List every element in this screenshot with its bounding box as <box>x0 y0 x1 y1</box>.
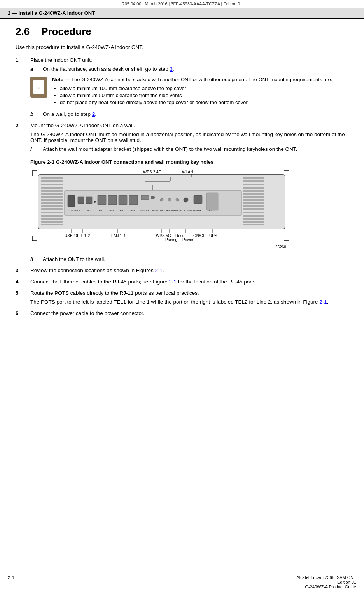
svg-text:ON/OFF: ON/OFF <box>193 234 208 238</box>
svg-text:ON/OFF: ON/OFF <box>193 209 201 212</box>
step-5-para: The POTS port to the left is labeled TEL… <box>30 299 348 305</box>
svg-text:LAN2: LAN2 <box>108 209 114 212</box>
page-footer: 2-4 Alcatel-Lucent 7368 ISAM ONT Edition… <box>0 573 364 591</box>
step-5-block: 5 Route the POTS cables directly to the … <box>16 290 348 305</box>
step-2-num: 2 <box>16 122 26 128</box>
note-icon <box>30 77 47 98</box>
ont-diagram-svg: USB2.0 TEL1 TEL2 LAN1 LAN2 <box>30 169 295 250</box>
svg-rect-46 <box>86 197 92 204</box>
section-header-bar: 2 — Install a G-240WZ-A indoor ONT <box>0 8 364 19</box>
svg-rect-35 <box>243 208 264 210</box>
svg-rect-57 <box>141 195 149 200</box>
step-4-row: 4 Connect the Ethernet cables to the RJ-… <box>16 279 348 285</box>
step-6-num: 6 <box>16 310 26 316</box>
svg-text:LAN4: LAN4 <box>129 209 135 212</box>
link-fig2-1b[interactable]: 2-1 <box>169 279 177 285</box>
step-1-num: 1 <box>16 57 26 63</box>
step-5-para-row: The POTS port to the left is labeled TEL… <box>16 299 348 305</box>
svg-point-63 <box>168 198 171 201</box>
step-6-block: 6 Connect the power cable to the power c… <box>16 310 348 316</box>
note-bullets: allow a minimum 100 mm clearance above t… <box>52 86 348 105</box>
note-bullet-3: do not place any heat source directly ab… <box>60 100 348 105</box>
note-bullet-1: allow a minimum 100 mm clearance above t… <box>60 86 348 91</box>
note-text: The G-240WZ-A cannot be stacked with ano… <box>71 77 332 82</box>
sub-step-a-label: a <box>30 66 39 72</box>
svg-rect-23 <box>41 221 63 223</box>
sub-step-i-row: i Attach the wall mount adapter bracket … <box>30 146 348 152</box>
main-content: 2.6 Procedure Use this procedure to inst… <box>0 19 364 337</box>
svg-rect-14 <box>41 193 63 195</box>
step-6-text: Connect the power cable to the power con… <box>30 310 348 316</box>
svg-text:USB2.0: USB2.0 <box>69 209 77 212</box>
svg-rect-17 <box>41 202 63 204</box>
svg-rect-34 <box>243 205 264 207</box>
svg-rect-12 <box>41 187 63 189</box>
svg-rect-10 <box>41 180 63 182</box>
step-5-text: Route the POTS cables directly to the RJ… <box>30 290 348 296</box>
svg-rect-44 <box>78 197 84 204</box>
step-4-block: 4 Connect the Ethernet cables to the RJ-… <box>16 279 348 285</box>
step-2-text: Mount the G-240WZ-A indoor ONT on a wall… <box>30 122 348 128</box>
figure-block: Figure 2-1 G-240WZ-A indoor ONT connecti… <box>30 159 348 252</box>
svg-rect-31 <box>243 196 264 198</box>
sub-step-ii-row: ii Attach the ONT to the wall. <box>30 256 348 262</box>
sub-step-a-row: a On the flat surface, such as a desk or… <box>30 66 348 72</box>
link-step2[interactable]: 2 <box>92 111 95 117</box>
svg-rect-20 <box>41 212 63 213</box>
intro-text: Use this procedure to install a G-240WZ-… <box>16 44 348 50</box>
step-5-para-spacer <box>16 299 26 305</box>
note-bullet-2: allow a minimum 50 mm clearance from the… <box>60 93 348 98</box>
footer-right-line2: Edition 01 <box>297 580 356 584</box>
svg-text:Power: Power <box>182 238 194 242</box>
svg-rect-24 <box>41 224 63 225</box>
svg-text:UPS: UPS <box>209 234 217 238</box>
svg-rect-26 <box>243 180 264 182</box>
svg-text:LAN 1-4: LAN 1-4 <box>111 234 126 238</box>
svg-text:LAN3: LAN3 <box>119 209 125 212</box>
step-3-block: 3 Review the connection locations as sho… <box>16 268 348 273</box>
svg-rect-22 <box>41 218 63 220</box>
svg-rect-28 <box>243 187 264 189</box>
sub-step-b-row: b On a wall, go to step 2. <box>30 111 348 117</box>
svg-point-61 <box>160 198 163 201</box>
svg-container: USB2.0 TEL1 TEL2 LAN1 LAN2 <box>30 169 295 252</box>
svg-rect-33 <box>243 202 264 204</box>
svg-text:UPS: UPS <box>208 209 212 212</box>
svg-rect-42 <box>68 195 75 207</box>
step-1-text: Place the indoor ONT unit: <box>30 57 348 63</box>
sub-step-b-text: On a wall, go to step 2. <box>43 111 348 117</box>
sub-step-a-text: On the flat surface, such as a desk or s… <box>43 66 348 72</box>
svg-rect-71 <box>206 193 218 210</box>
figure-caption-text: Figure 2-1 G-240WZ-A indoor ONT connecti… <box>30 159 214 165</box>
svg-text:RESET: RESET <box>176 209 183 212</box>
page-header: R05.04.00 | March 2016 | 3FE-45933-AAAA-… <box>0 0 364 8</box>
step-4-text: Connect the Ethernet cables to the RJ-45… <box>30 279 348 285</box>
svg-rect-32 <box>243 199 264 201</box>
svg-text:TEL2: TEL2 <box>85 209 91 212</box>
link-fig2-1c[interactable]: 2-1 <box>319 299 327 305</box>
step-1-block: 1 Place the indoor ONT unit: a On the fl… <box>16 57 348 117</box>
svg-rect-29 <box>243 190 264 192</box>
svg-rect-21 <box>41 215 63 217</box>
link-fig2-1a[interactable]: 2-1 <box>155 268 163 273</box>
svg-rect-38 <box>243 218 264 220</box>
svg-point-59 <box>151 196 155 199</box>
link-step3[interactable]: 3 <box>170 66 173 72</box>
svg-text:TEL 1-2: TEL 1-2 <box>76 234 90 238</box>
figure-caption: Figure 2-1 G-240WZ-A indoor ONT connecti… <box>30 159 348 165</box>
svg-text:WLAN: WLAN <box>152 209 158 212</box>
svg-rect-25 <box>243 177 264 179</box>
step-2-block: 2 Mount the G-240WZ-A indoor ONT on a wa… <box>16 122 348 262</box>
svg-text:POWER: POWER <box>184 209 192 212</box>
svg-text:TEL1: TEL1 <box>77 209 83 212</box>
step-2-para-row: The G-240WZ-A indoor ONT must be mounted… <box>16 131 348 143</box>
svg-text:WPS 2.4G: WPS 2.4G <box>140 209 150 212</box>
step-2-para-spacer <box>16 131 26 143</box>
step-3-row: 3 Review the connection locations as sho… <box>16 268 348 273</box>
footer-right-line3: G-240WZ-A Product Guide <box>297 584 356 589</box>
svg-text:WPS 2.4G: WPS 2.4G <box>143 170 161 174</box>
step-4-num: 4 <box>16 279 26 285</box>
step-1-row: 1 Place the indoor ONT unit: <box>16 57 348 63</box>
step-3-num: 3 <box>16 268 26 273</box>
svg-rect-19 <box>41 208 63 210</box>
